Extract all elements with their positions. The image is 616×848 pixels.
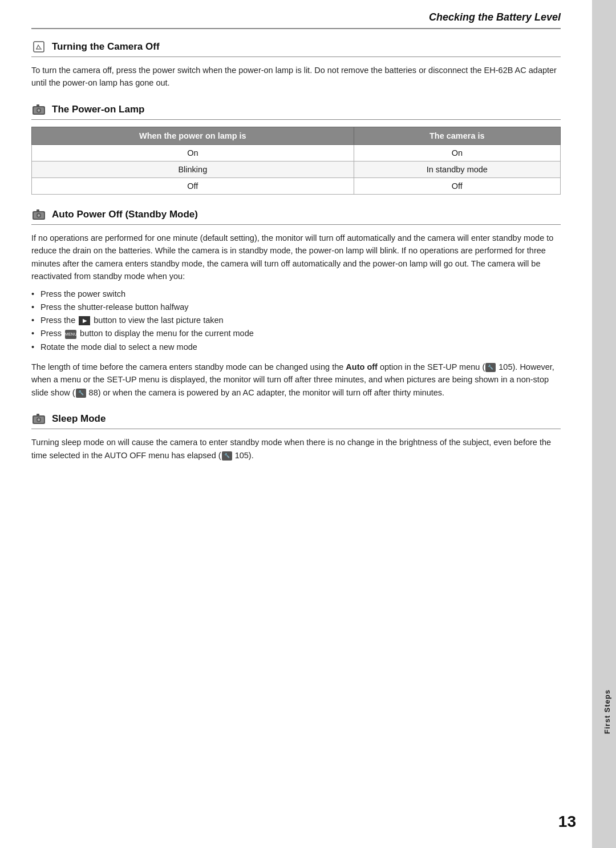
svg-rect-11 (37, 209, 39, 212)
svg-rect-0 (34, 42, 44, 52)
table-row: Blinking In standby mode (32, 161, 561, 177)
bullet-list-auto: Press the power switch Press the shutter… (31, 288, 561, 354)
ref-icon-sleep: 🔧 (222, 451, 232, 461)
section-heading-sleep: Sleep Mode (31, 411, 561, 426)
svg-rect-6 (37, 104, 39, 107)
list-item: Press MENU button to display the menu fo… (31, 327, 561, 340)
table-header-camera: The camera is (354, 127, 560, 144)
list-item: Press the ▶ button to view the last pict… (31, 314, 561, 327)
play-button-icon: ▶ (79, 316, 90, 325)
camera-icon-sleep (31, 411, 46, 426)
sidebar-tab: First Steps (592, 0, 616, 848)
table-row: On On (32, 144, 561, 161)
list-item: Press the power switch (31, 288, 561, 301)
pencil-icon (31, 39, 46, 54)
table-row: Off Off (32, 177, 561, 194)
svg-point-15 (38, 418, 40, 421)
ref-icon-88: 🔧 (76, 389, 86, 398)
divider-turning (31, 56, 561, 57)
divider-sleep (31, 429, 561, 429)
section-auto-power-off: Auto Power Off (Standby Mode) If no oper… (31, 207, 561, 399)
list-item: Press the shutter-release button halfway (31, 301, 561, 314)
svg-point-5 (38, 109, 40, 111)
camera-icon-auto (31, 207, 46, 222)
menu-button-icon: MENU (65, 330, 76, 339)
main-content: Checking the Battery Level Turning the C… (0, 0, 592, 848)
body-auto2: The length of time before the camera ent… (31, 361, 561, 399)
page-number: 13 (558, 813, 576, 831)
heading-turning: Turning the Camera Off (52, 41, 160, 53)
svg-point-10 (38, 214, 40, 216)
table-cell: Off (354, 177, 560, 194)
section-turning-camera-off: Turning the Camera Off To turn the camer… (31, 39, 561, 90)
page-header: Checking the Battery Level (31, 11, 561, 29)
section-sleep-mode: Sleep Mode Turning sleep mode on will ca… (31, 411, 561, 462)
auto-off-bold: Auto off (346, 362, 378, 371)
section-heading-auto: Auto Power Off (Standby Mode) (31, 207, 561, 222)
table-header-lamp: When the power on lamp is (32, 127, 354, 144)
divider-auto (31, 224, 561, 225)
sidebar-label: First Steps (603, 689, 611, 734)
body-turning: To turn the camera off, press the power … (31, 64, 561, 90)
section-power-on-lamp: The Power-on Lamp When the power on lamp… (31, 102, 561, 195)
table-cell: Blinking (32, 161, 354, 177)
table-cell: Off (32, 177, 354, 194)
section-heading-lamp: The Power-on Lamp (31, 102, 561, 117)
divider-lamp (31, 119, 561, 120)
list-item: Rotate the mode dial to select a new mod… (31, 341, 561, 354)
ref-icon-105: 🔧 (485, 363, 496, 372)
heading-auto: Auto Power Off (Standby Mode) (52, 209, 198, 220)
table-cell: In standby mode (354, 161, 560, 177)
heading-sleep: Sleep Mode (52, 413, 106, 425)
table-cell: On (32, 144, 354, 161)
page-container: First Steps Checking the Battery Level T… (0, 0, 616, 848)
body-sleep: Turning sleep mode on will cause the cam… (31, 436, 561, 462)
table-cell: On (354, 144, 560, 161)
page-title: Checking the Battery Level (429, 11, 561, 23)
svg-rect-16 (37, 414, 39, 416)
body-auto: If no operations are performed for one m… (31, 232, 561, 283)
power-lamp-table: When the power on lamp is The camera is … (31, 127, 561, 195)
camera-icon-lamp (31, 102, 46, 117)
heading-lamp: The Power-on Lamp (52, 104, 144, 115)
section-heading-turning: Turning the Camera Off (31, 39, 561, 54)
